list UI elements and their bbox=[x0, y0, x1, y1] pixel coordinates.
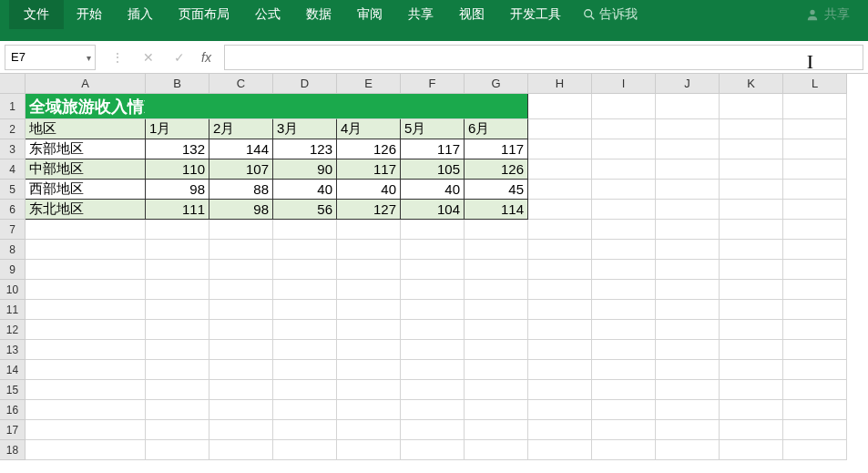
cell-E1[interactable] bbox=[337, 94, 401, 119]
tell-me-search[interactable]: 告诉我 bbox=[574, 6, 647, 23]
cell-F5[interactable]: 40 bbox=[401, 180, 465, 200]
cell-E14[interactable] bbox=[337, 360, 401, 380]
cell-I10[interactable] bbox=[592, 280, 656, 300]
cell-E18[interactable] bbox=[337, 440, 401, 460]
cell-F11[interactable] bbox=[401, 300, 465, 320]
cell-B15[interactable] bbox=[146, 380, 209, 400]
col-header-F[interactable]: F bbox=[401, 74, 465, 94]
cell-G7[interactable] bbox=[465, 220, 528, 240]
cell-C1[interactable] bbox=[209, 94, 273, 119]
expand-icon[interactable]: ⋮ bbox=[108, 48, 127, 67]
cell-J11[interactable] bbox=[656, 300, 720, 320]
cell-A18[interactable] bbox=[26, 440, 146, 460]
cell-F14[interactable] bbox=[401, 360, 465, 380]
cell-J7[interactable] bbox=[656, 220, 720, 240]
cell-G6[interactable]: 114 bbox=[465, 200, 528, 220]
cell-J15[interactable] bbox=[656, 380, 720, 400]
cell-A3[interactable]: 东部地区 bbox=[26, 139, 146, 159]
cell-B3[interactable]: 132 bbox=[146, 139, 209, 159]
cell-I5[interactable] bbox=[592, 180, 656, 200]
cancel-icon[interactable]: ✕ bbox=[139, 48, 158, 67]
cell-H6[interactable] bbox=[528, 200, 592, 220]
cell-D17[interactable] bbox=[273, 420, 337, 440]
cell-C15[interactable] bbox=[209, 380, 273, 400]
cell-H1[interactable] bbox=[528, 94, 592, 119]
cell-B4[interactable]: 110 bbox=[146, 159, 209, 180]
name-box[interactable]: E7 ▾ bbox=[5, 45, 96, 70]
cell-L1[interactable] bbox=[783, 94, 847, 119]
cell-F7[interactable] bbox=[401, 220, 465, 240]
cell-F1[interactable] bbox=[401, 94, 465, 119]
cell-L17[interactable] bbox=[783, 420, 847, 440]
cell-G2[interactable]: 6月 bbox=[465, 119, 528, 139]
col-header-A[interactable]: A bbox=[26, 74, 146, 94]
cell-A6[interactable]: 东北地区 bbox=[26, 200, 146, 220]
cell-L2[interactable] bbox=[783, 119, 847, 139]
cell-B5[interactable]: 98 bbox=[146, 180, 209, 200]
cell-A12[interactable] bbox=[26, 320, 146, 340]
cell-G1[interactable] bbox=[465, 94, 528, 119]
cell-K9[interactable] bbox=[720, 260, 783, 280]
cell-E8[interactable] bbox=[337, 240, 401, 260]
cell-I8[interactable] bbox=[592, 240, 656, 260]
cell-A15[interactable] bbox=[26, 380, 146, 400]
cell-B18[interactable] bbox=[146, 440, 209, 460]
row-header-11[interactable]: 11 bbox=[0, 300, 26, 320]
cell-H17[interactable] bbox=[528, 420, 592, 440]
tab-formulas[interactable]: 公式 bbox=[242, 0, 293, 29]
cell-D14[interactable] bbox=[273, 360, 337, 380]
cell-H4[interactable] bbox=[528, 159, 592, 180]
chevron-down-icon[interactable]: ▾ bbox=[87, 52, 91, 62]
row-header-8[interactable]: 8 bbox=[0, 240, 26, 260]
cell-J5[interactable] bbox=[656, 180, 720, 200]
cell-G16[interactable] bbox=[465, 400, 528, 420]
cell-K11[interactable] bbox=[720, 300, 783, 320]
cell-J2[interactable] bbox=[656, 119, 720, 139]
cell-K16[interactable] bbox=[720, 400, 783, 420]
cell-H10[interactable] bbox=[528, 280, 592, 300]
cell-I7[interactable] bbox=[592, 220, 656, 240]
col-header-D[interactable]: D bbox=[273, 74, 337, 94]
row-header-5[interactable]: 5 bbox=[0, 180, 26, 200]
cell-E12[interactable] bbox=[337, 320, 401, 340]
cell-B17[interactable] bbox=[146, 420, 209, 440]
cell-E5[interactable]: 40 bbox=[337, 180, 401, 200]
cell-H16[interactable] bbox=[528, 400, 592, 420]
tab-data[interactable]: 数据 bbox=[293, 0, 344, 29]
tab-share[interactable]: 共享 bbox=[395, 0, 446, 29]
cell-A2[interactable]: 地区 bbox=[26, 119, 146, 139]
cell-C16[interactable] bbox=[209, 400, 273, 420]
cell-G10[interactable] bbox=[465, 280, 528, 300]
cell-G3[interactable]: 117 bbox=[465, 139, 528, 159]
cell-C7[interactable] bbox=[209, 220, 273, 240]
cell-K8[interactable] bbox=[720, 240, 783, 260]
cell-F18[interactable] bbox=[401, 440, 465, 460]
cell-C3[interactable]: 144 bbox=[209, 139, 273, 159]
cell-K5[interactable] bbox=[720, 180, 783, 200]
cell-G14[interactable] bbox=[465, 360, 528, 380]
cell-B12[interactable] bbox=[146, 320, 209, 340]
cell-F13[interactable] bbox=[401, 340, 465, 360]
cell-D13[interactable] bbox=[273, 340, 337, 360]
cell-I3[interactable] bbox=[592, 139, 656, 159]
cell-K3[interactable] bbox=[720, 139, 783, 159]
tab-page-layout[interactable]: 页面布局 bbox=[166, 0, 242, 29]
row-header-10[interactable]: 10 bbox=[0, 280, 26, 300]
cell-E3[interactable]: 126 bbox=[337, 139, 401, 159]
cell-C18[interactable] bbox=[209, 440, 273, 460]
cell-C8[interactable] bbox=[209, 240, 273, 260]
cell-J1[interactable] bbox=[656, 94, 720, 119]
cell-J4[interactable] bbox=[656, 159, 720, 180]
cell-L7[interactable] bbox=[783, 220, 847, 240]
cell-H9[interactable] bbox=[528, 260, 592, 280]
cell-K1[interactable] bbox=[720, 94, 783, 119]
row-header-9[interactable]: 9 bbox=[0, 260, 26, 280]
tab-view[interactable]: 视图 bbox=[446, 0, 497, 29]
cell-G5[interactable]: 45 bbox=[465, 180, 528, 200]
cell-F16[interactable] bbox=[401, 400, 465, 420]
cell-I17[interactable] bbox=[592, 420, 656, 440]
cell-H13[interactable] bbox=[528, 340, 592, 360]
col-header-I[interactable]: I bbox=[592, 74, 656, 94]
cell-G8[interactable] bbox=[465, 240, 528, 260]
cell-F3[interactable]: 117 bbox=[401, 139, 465, 159]
